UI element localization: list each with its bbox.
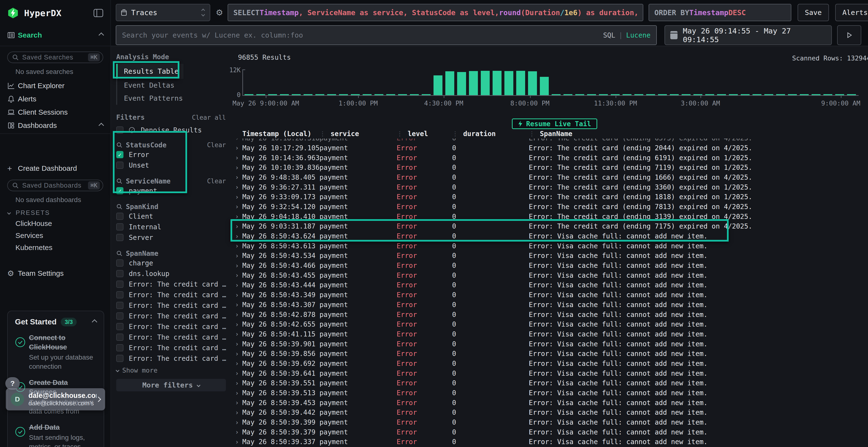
analysis-mode-event-deltas[interactable]: Event Deltas [116,79,226,92]
source-settings-gear-icon[interactable]: ⚙ [213,8,226,18]
table-row[interactable]: ›May 26 8:50:43.624 PMpaymentError0Error… [235,231,868,241]
table-row[interactable]: ›May 26 10:10:39.836 PMpaymentError0Erro… [235,163,868,172]
row-expand-chevron-icon[interactable]: › [235,438,242,446]
sql-orderby-editor[interactable]: ORDER BY Timestamp DESC [649,4,791,21]
table-row[interactable]: ›May 26 8:50:39.399 PMpaymentError0Error… [235,417,868,427]
table-row[interactable]: ›May 26 8:50:43.349 PMpaymentError0Error… [235,290,868,300]
row-expand-chevron-icon[interactable]: › [235,154,242,161]
row-expand-chevron-icon[interactable]: › [235,399,242,406]
row-expand-chevron-icon[interactable]: › [235,331,242,338]
filter-checkbox-error-the-credit-card-[interactable]: Error: The credit card … [116,353,226,364]
help-button[interactable]: ? [5,377,20,390]
filter-checkbox-client[interactable]: Client [116,211,226,221]
filter-checkbox-server[interactable]: Server [116,232,226,243]
row-expand-chevron-icon[interactable]: › [235,380,242,387]
row-expand-chevron-icon[interactable]: › [235,419,242,426]
time-range-picker[interactable]: May 26 09:14:55 - May 27 09:14:55 [664,25,832,45]
row-expand-chevron-icon[interactable]: › [235,213,242,220]
clear-all-link[interactable]: Clear all [192,114,226,121]
event-search-input[interactable]: Search your events w/ Lucene ex. column:… [116,25,657,45]
column-header-duration[interactable]: ⋮duration [452,130,529,138]
filter-checkbox-error-the-credit-card-[interactable]: Error: The credit card … [116,332,226,342]
filter-checkbox-error-the-credit-card-[interactable]: Error: The credit card … [116,300,226,311]
sidebar-item-dashboards[interactable]: Dashboards [0,119,111,132]
get-started-item[interactable]: Add Data Start sending logs, metrics, or… [15,423,96,447]
sidebar-item-clickhouse[interactable]: ClickHouse [0,217,111,230]
user-account-bar[interactable]: D dale@clickhouse.com dale@clickhouse.co… [6,388,105,410]
row-expand-chevron-icon[interactable]: › [235,164,242,171]
column-drag-handle-icon[interactable]: ⋮ [397,130,403,137]
table-row[interactable]: ›May 26 8:50:42.655 PMpaymentError0Error… [235,319,868,329]
table-row[interactable]: ›May 26 8:50:43.613 PMpaymentError0Error… [235,241,868,251]
table-row[interactable]: ›May 26 8:50:39.551 PMpaymentError0Error… [235,378,868,388]
column-drag-handle-icon[interactable]: ⋮ [452,130,458,137]
run-query-button[interactable] [837,25,861,45]
sidebar-item-kubernetes[interactable]: Kubernetes [0,242,111,253]
column-drag-handle-icon[interactable]: ⋮ [529,130,535,137]
column-header-service[interactable]: ⋮service [319,130,397,138]
filter-checkbox-unset[interactable]: Unset [116,160,226,171]
table-row[interactable]: ›May 26 9:48:38.405 PMpaymentError0Error… [235,172,868,182]
row-expand-chevron-icon[interactable]: › [235,428,242,436]
sidebar-item-chart-explorer[interactable]: Chart Explorer [0,79,111,92]
table-row-partial[interactable]: ›May 26 10:18:28.318 PMpaymentError0Erro… [235,138,868,143]
row-expand-chevron-icon[interactable]: › [235,340,242,347]
more-filters-button[interactable]: More filters [116,379,226,391]
row-expand-chevron-icon[interactable]: › [235,311,242,318]
row-expand-chevron-icon[interactable]: › [235,242,242,249]
mode-toggle-lucene[interactable]: Lucene [626,31,651,39]
row-expand-chevron-icon[interactable]: › [235,370,242,377]
table-row[interactable]: ›May 26 8:50:42.878 PMpaymentError0Error… [235,310,868,319]
table-row[interactable]: ›May 26 9:36:27.311 PMpaymentError0Error… [235,182,868,192]
row-expand-chevron-icon[interactable]: › [235,233,242,240]
show-more-toggle[interactable]: Show more [116,367,226,374]
sidebar-item-services[interactable]: Services [0,230,111,242]
row-expand-chevron-icon[interactable]: › [235,281,242,289]
row-expand-chevron-icon[interactable]: › [235,389,242,397]
table-row[interactable]: ›May 26 8:50:43.466 PMpaymentError0Error… [235,261,868,271]
row-expand-chevron-icon[interactable]: › [235,350,242,357]
row-expand-chevron-icon[interactable]: › [235,252,242,260]
table-row[interactable]: ›May 26 8:50:39.641 PMpaymentError0Error… [235,369,868,378]
presets-toggle[interactable]: PRESETS [0,205,111,217]
source-select[interactable]: Traces [116,4,210,21]
table-row[interactable]: ›May 26 8:50:43.455 PMpaymentError0Error… [235,271,868,280]
row-expand-chevron-icon[interactable]: › [235,360,242,367]
row-expand-chevron-icon[interactable]: › [235,262,242,269]
filter-checkbox-error-the-credit-card-[interactable]: Error: The credit card … [116,289,226,300]
row-expand-chevron-icon[interactable]: › [235,409,242,416]
row-expand-chevron-icon[interactable]: › [235,144,242,151]
analysis-mode-event-patterns[interactable]: Event Patterns [116,92,226,105]
filter-checkbox-payment[interactable]: ✓payment [116,185,226,196]
filter-checkbox-error-the-credit-card-[interactable]: Error: The credit card … [116,311,226,321]
table-row[interactable]: ›May 26 10:17:29.105 PMpaymentError0Erro… [235,143,868,153]
mode-toggle-sql[interactable]: SQL [603,31,615,39]
row-expand-chevron-icon[interactable]: › [235,223,242,230]
sidebar-item-client-sessions[interactable]: Client Sessions [0,105,111,119]
table-row[interactable]: ›May 26 10:18:28.318 PMpaymentError0Erro… [235,138,868,143]
row-expand-chevron-icon[interactable]: › [235,301,242,308]
table-row[interactable]: ›May 26 8:50:39.856 PMpaymentError0Error… [235,349,868,358]
row-expand-chevron-icon[interactable]: › [235,321,242,328]
column-header-level[interactable]: ⋮level [397,130,452,138]
filter-checkbox-error-the-credit-card-[interactable]: Error: The credit card … [116,321,226,332]
table-row[interactable]: ›May 26 9:04:18.410 PMpaymentError0Error… [235,212,868,221]
row-expand-chevron-icon[interactable]: › [235,272,242,279]
row-expand-chevron-icon[interactable]: › [235,194,242,201]
table-row[interactable]: ›May 26 8:50:41.115 PMpaymentError0Error… [235,329,868,339]
filter-group-clear-link[interactable]: Clear [207,177,226,185]
saved-dashboards-input[interactable]: Saved Dashboards ⌘K [7,180,103,191]
row-expand-chevron-icon[interactable]: › [235,138,242,142]
table-row[interactable]: ›May 26 8:50:39.442 PMpaymentError0Error… [235,408,868,418]
filter-checkbox-charge[interactable]: charge [116,258,226,268]
create-dashboard-button[interactable]: + Create Dashboard [0,162,111,174]
table-row[interactable]: ›May 26 8:50:39.337 PMpaymentError0Error… [235,437,868,447]
denoise-results-checkbox[interactable]: Denoise Results [116,126,226,134]
sidebar-item-alerts[interactable]: Alerts [0,92,111,105]
row-expand-chevron-icon[interactable]: › [235,183,242,191]
sql-select-editor[interactable]: SELECT Timestamp, ServiceName as service… [227,4,643,21]
filter-checkbox-error-the-credit-card-[interactable]: Error: The credit card … [116,279,226,289]
analysis-mode-results-table[interactable]: Results Table [116,64,184,79]
table-row[interactable]: ›May 26 8:50:39.901 PMpaymentError0Error… [235,339,868,349]
sidebar-collapse-icon[interactable] [94,9,103,17]
